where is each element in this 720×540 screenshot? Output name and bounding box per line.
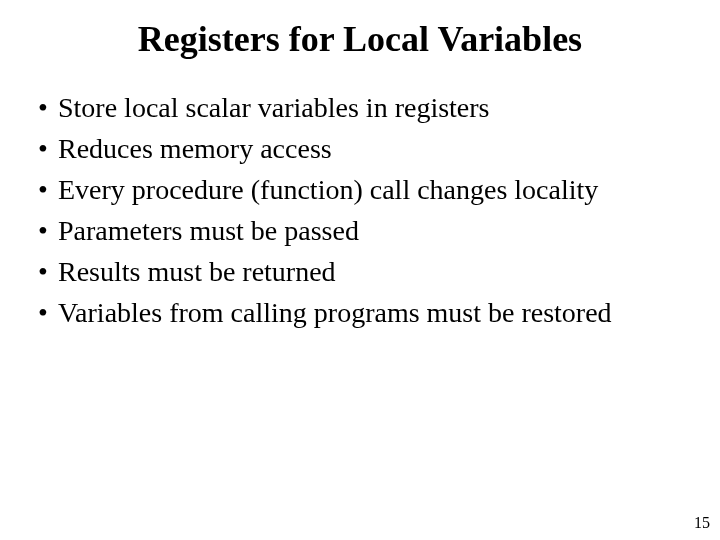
- slide: Registers for Local Variables Store loca…: [0, 0, 720, 540]
- bullet-item: Store local scalar variables in register…: [30, 90, 690, 125]
- bullet-item: Variables from calling programs must be …: [30, 295, 690, 330]
- slide-title: Registers for Local Variables: [0, 0, 720, 70]
- bullet-item: Reduces memory access: [30, 131, 690, 166]
- page-number: 15: [694, 514, 710, 532]
- bullet-item: Results must be returned: [30, 254, 690, 289]
- bullet-item: Parameters must be passed: [30, 213, 690, 248]
- slide-body: Store local scalar variables in register…: [0, 70, 720, 330]
- bullet-list: Store local scalar variables in register…: [30, 90, 690, 330]
- bullet-item: Every procedure (function) call changes …: [30, 172, 690, 207]
